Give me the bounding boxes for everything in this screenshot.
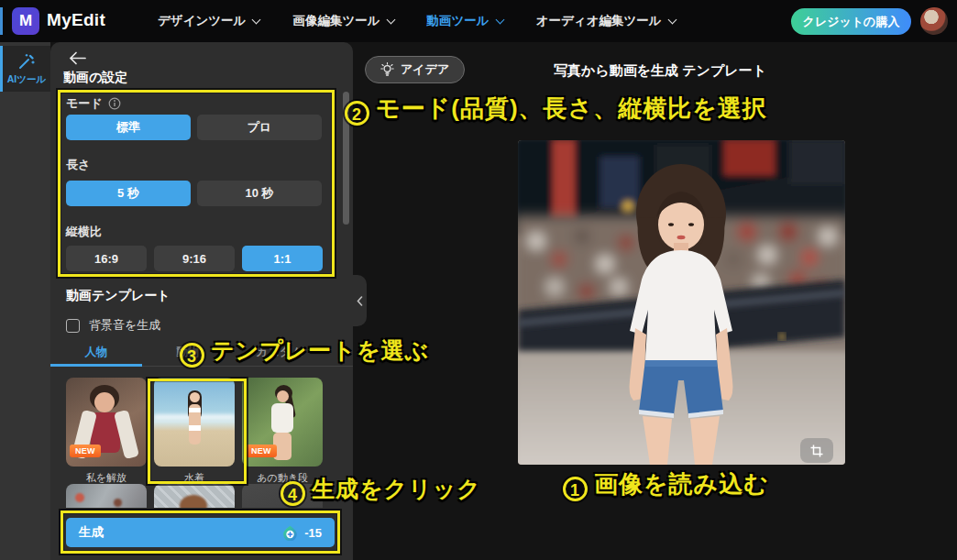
- chevron-down-icon: [252, 16, 261, 25]
- tab-people[interactable]: 人物: [50, 341, 142, 367]
- ideas-button[interactable]: アイデア: [365, 56, 465, 83]
- template-name: 私を解放: [66, 471, 147, 485]
- nav-menu-audio-tools[interactable]: オーディオ編集ツール: [536, 13, 676, 29]
- user-avatar[interactable]: [920, 7, 948, 35]
- highlight-box-settings: [58, 90, 335, 277]
- nav-menu-image-tools[interactable]: 画像編集ツール: [292, 13, 393, 29]
- template-thumb-release-me[interactable]: NEW: [66, 378, 147, 467]
- brand-name: MyEdit: [47, 10, 105, 30]
- panel-collapse-handle[interactable]: [353, 275, 367, 326]
- annotation-step3: 3テンプレートを選ぶ: [180, 335, 429, 368]
- back-button[interactable]: [67, 50, 87, 69]
- page-title: 写真から動画を生成 テンプレート: [458, 62, 862, 80]
- photo-woman-stadium: [518, 140, 845, 465]
- bgm-checkbox[interactable]: [66, 319, 80, 333]
- bgm-label: 背景音を生成: [89, 317, 160, 334]
- highlight-box-template: [148, 379, 247, 484]
- sidebar-item-label: AIツール: [7, 73, 47, 86]
- chevron-down-icon: [667, 16, 676, 25]
- lightbulb-icon: [380, 62, 394, 77]
- back-arrow-icon: [69, 51, 86, 65]
- annotation-step2: 2モード(品質)、長さ、縦横比を選択: [345, 93, 767, 126]
- nav-menu-video-tools[interactable]: 動画ツール: [427, 13, 503, 29]
- annotation-step4: 4生成をクリック: [280, 474, 481, 506]
- top-navbar: M MyEdit デザインツール 画像編集ツール 動画ツール オーディオ編集ツー…: [0, 0, 957, 42]
- chevron-down-icon: [495, 16, 504, 25]
- video-template-title: 動画テンプレート: [66, 288, 170, 304]
- tool-sidebar: AIツール: [0, 42, 50, 560]
- sidebar-item-ai-tools[interactable]: AIツール: [0, 46, 50, 92]
- buy-credits-button[interactable]: クレジットの購入: [791, 8, 911, 35]
- new-badge: NEW: [70, 445, 101, 457]
- nav-menus: デザインツール 画像編集ツール 動画ツール オーディオ編集ツール: [158, 0, 676, 42]
- chevron-down-icon: [386, 16, 395, 25]
- chevron-left-icon: [357, 296, 363, 306]
- logo-letter: M: [19, 12, 32, 30]
- nav-menu-design-tools[interactable]: デザインツール: [158, 13, 259, 29]
- magic-wand-icon: [17, 52, 36, 71]
- panel-title: 動画の設定: [63, 70, 127, 86]
- crop-button[interactable]: [800, 438, 833, 463]
- myedit-app: M MyEdit デザインツール 画像編集ツール 動画ツール オーディオ編集ツー…: [0, 0, 957, 560]
- left-accent-bar: [0, 7, 3, 35]
- highlight-box-generate: [60, 511, 340, 554]
- myedit-logo-icon[interactable]: M: [12, 7, 39, 35]
- annotation-step1: 1画像を読み込む: [563, 468, 769, 501]
- bgm-row: 背景音を生成: [66, 317, 160, 334]
- new-badge: NEW: [246, 445, 277, 457]
- template-thumb-that-move[interactable]: NEW: [242, 378, 323, 467]
- crop-icon: [810, 445, 823, 457]
- uploaded-image: [518, 140, 845, 465]
